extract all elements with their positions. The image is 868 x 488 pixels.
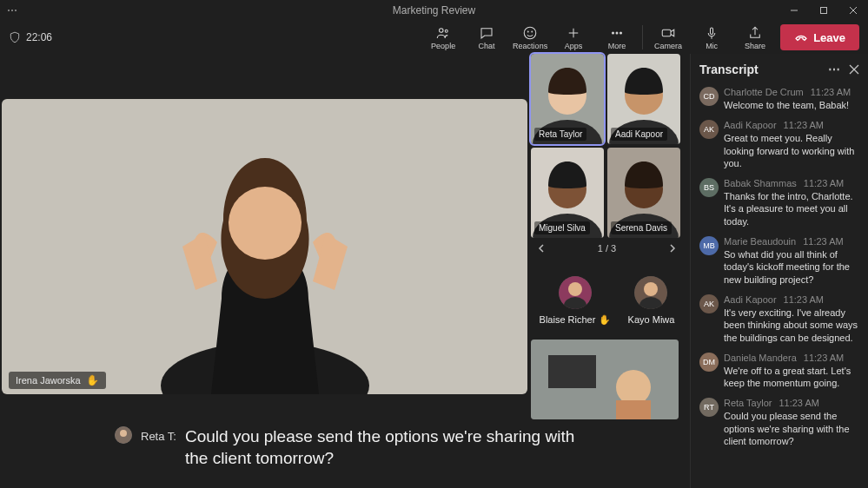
msg-author: Aadi Kapoor	[724, 294, 777, 305]
main-area: Irena Jaworska ✋ Reta TaylorAadi Kapoor …	[0, 54, 868, 488]
avatar: AK	[699, 120, 719, 139]
svg-point-18	[229, 187, 301, 260]
svg-point-4	[440, 28, 444, 32]
msg-time: 11:23 AM	[784, 294, 824, 305]
avatar	[559, 276, 592, 309]
transcript-title: Transcript	[699, 63, 759, 76]
share-icon	[747, 25, 763, 41]
transcript-message: AKAadi Kapoor11:23 AMIt's very exciting.…	[699, 294, 859, 344]
plus-icon	[566, 25, 581, 41]
avatar: RT	[699, 398, 719, 417]
maximize-button[interactable]	[809, 0, 838, 21]
msg-text: It's very exciting. I've already been th…	[724, 307, 859, 344]
participant-tile[interactable]: Miguel Silva	[531, 148, 604, 238]
toolbar-divider	[642, 25, 643, 49]
svg-point-12	[616, 32, 618, 34]
mic-button[interactable]: Mic	[690, 22, 733, 53]
app-menu-icon[interactable]: ⋯	[7, 4, 17, 16]
caption-avatar	[115, 426, 132, 444]
svg-point-11	[613, 32, 614, 34]
main-speaker-tile[interactable]: Irena Jaworska ✋	[2, 99, 527, 394]
msg-time: 11:23 AM	[784, 120, 824, 130]
svg-point-5	[445, 30, 447, 32]
minimize-button[interactable]	[779, 0, 809, 21]
chevron-right-icon[interactable]	[667, 243, 678, 254]
audio-name: Blaise Richer	[540, 314, 596, 326]
live-caption: Reta T: Could you please send the option…	[2, 419, 688, 469]
reactions-button[interactable]: Reactions	[508, 22, 552, 53]
participant-tile[interactable]: Reta Taylor	[531, 54, 604, 144]
avatar: BS	[699, 178, 719, 197]
hand-raised-icon: ✋	[599, 314, 611, 326]
msg-author: Aadi Kapoor	[724, 120, 777, 130]
svg-point-13	[620, 32, 622, 34]
svg-rect-40	[616, 400, 651, 419]
participant-tile[interactable]: Aadi Kapoor	[607, 54, 680, 144]
people-button[interactable]: People	[421, 22, 465, 53]
hangup-icon	[794, 30, 808, 44]
leave-button[interactable]: Leave	[780, 24, 859, 50]
transcript-message: BSBabak Shammas11:23 AMThanks for the in…	[699, 178, 859, 228]
close-button[interactable]	[838, 0, 868, 21]
audio-participant[interactable]: Blaise Richer✋	[540, 276, 612, 326]
msg-text: Welcome to the team, Babak!	[724, 99, 851, 111]
share-button[interactable]: Share	[733, 22, 777, 53]
transcript-message: RTReta Taylor11:23 AMCould you please se…	[699, 398, 859, 447]
msg-author: Marie Beaudouin	[724, 236, 796, 247]
chat-icon	[479, 25, 494, 41]
msg-time: 11:23 AM	[804, 353, 844, 363]
avatar	[634, 276, 667, 309]
avatar: MB	[699, 236, 719, 255]
meeting-toolbar: 22:06 People Chat Reactions Apps More Ca…	[0, 21, 868, 54]
close-icon[interactable]	[849, 64, 859, 75]
svg-point-42	[120, 430, 127, 437]
audio-only-row: Blaise Richer✋Kayo Miwa	[531, 276, 683, 326]
chat-button[interactable]: Chat	[465, 22, 508, 53]
chevron-left-icon[interactable]	[536, 243, 547, 254]
camera-button[interactable]: Camera	[646, 22, 690, 53]
transcript-message: MBMarie Beaudouin11:23 AMSo what did you…	[699, 236, 859, 286]
participant-grid: Reta TaylorAadi Kapoor Miguel SilvaSeren…	[531, 54, 683, 419]
mic-icon	[704, 25, 719, 41]
svg-rect-1	[821, 8, 827, 14]
msg-time: 11:23 AM	[803, 236, 843, 247]
transcript-message: DMDaniela Mandera11:23 AMWe're off to a …	[699, 353, 859, 390]
people-icon	[435, 25, 451, 41]
msg-time: 11:23 AM	[811, 87, 851, 97]
video-stage: Irena Jaworska ✋ Reta TaylorAadi Kapoor …	[0, 54, 690, 488]
transcript-more-icon[interactable]: ⋯	[828, 63, 840, 76]
msg-time: 11:23 AM	[779, 398, 818, 408]
svg-rect-38	[548, 355, 596, 388]
msg-author: Charlotte De Crum	[724, 87, 804, 97]
pager-text: 1 / 3	[598, 243, 616, 254]
transcript-body[interactable]: CDCharlotte De Crum11:23 AMWelcome to th…	[691, 85, 868, 488]
transcript-message: AKAadi Kapoor11:23 AMGreat to meet you. …	[699, 120, 859, 169]
participant-name: Reta Taylor	[534, 128, 586, 141]
participant-name: Miguel Silva	[534, 221, 590, 234]
apps-button[interactable]: Apps	[552, 22, 595, 53]
msg-text: Could you please send the options we're …	[724, 410, 859, 447]
svg-point-6	[524, 27, 536, 39]
msg-time: 11:23 AM	[804, 178, 844, 188]
svg-point-39	[616, 370, 651, 405]
more-icon	[609, 25, 625, 41]
participant-name: Aadi Kapoor	[611, 128, 667, 141]
msg-text: Great to meet you. Really looking forwar…	[724, 132, 859, 169]
meeting-timer: 22:06	[9, 31, 52, 43]
more-button[interactable]: More	[595, 22, 639, 53]
person-illustration	[126, 116, 404, 394]
camera-icon	[660, 25, 676, 41]
caption-text: Could you please send the options we're …	[185, 426, 585, 469]
transcript-panel: Transcript ⋯ CDCharlotte De Crum11:23 AM…	[690, 54, 868, 488]
svg-rect-14	[662, 30, 671, 36]
caption-speaker: Reta T:	[141, 430, 176, 443]
self-view[interactable]	[531, 340, 679, 419]
msg-author: Babak Shammas	[724, 178, 797, 188]
meeting-title: Marketing Review	[393, 4, 475, 16]
avatar: DM	[699, 353, 719, 372]
transcript-message: CDCharlotte De Crum11:23 AMWelcome to th…	[699, 87, 859, 111]
audio-participant[interactable]: Kayo Miwa	[628, 276, 675, 326]
participant-tile[interactable]: Serena Davis	[607, 148, 680, 238]
avatar: CD	[699, 87, 719, 106]
participant-pager: 1 / 3	[531, 241, 683, 255]
